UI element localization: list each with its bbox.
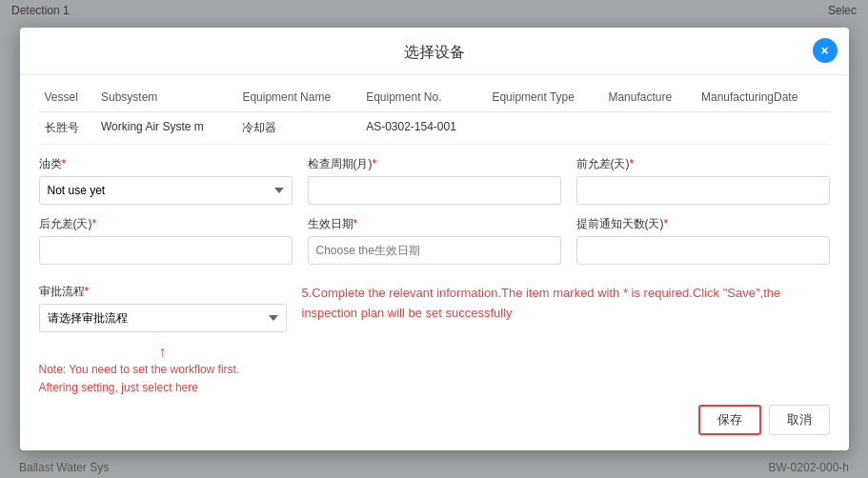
post-tolerance-group: 后允差(天)* bbox=[39, 216, 293, 265]
inspection-period-label: 检查周期(月)* bbox=[308, 156, 561, 172]
arrow-icon: ↑ bbox=[159, 344, 167, 360]
form-section: 油类* Not use yet 检查周期(月)* 前允差(天)* bbox=[20, 145, 849, 284]
required-star-2: * bbox=[373, 157, 377, 170]
cell-equipment-type bbox=[486, 111, 602, 144]
required-star-3: * bbox=[630, 157, 635, 170]
bg-bottom-left: Ballast Water Sys bbox=[19, 461, 109, 474]
col-equipment-name: Equipment Name bbox=[236, 83, 360, 112]
workflow-label: 审批流程* bbox=[39, 284, 287, 300]
form-row-2: 后允差(天)* 生效日期* 提前通知天数(天)* bbox=[39, 216, 830, 265]
advance-notice-label: 提前通知天数(天)* bbox=[576, 216, 830, 232]
advance-notice-input[interactable] bbox=[576, 236, 830, 265]
bg-bottom-row: Ballast Water Sys BW-0202-000-h bbox=[0, 457, 868, 478]
required-star-5: * bbox=[353, 217, 358, 230]
note-line-2: Aftering setting, just select here bbox=[39, 379, 287, 397]
save-button[interactable]: 保存 bbox=[698, 405, 761, 435]
cell-equipment-name: 冷却器 bbox=[236, 111, 360, 144]
modal-footer: 保存 取消 bbox=[20, 397, 849, 435]
col-equipment-type: Equipment Type bbox=[486, 83, 602, 112]
inspection-period-group: 检查周期(月)* bbox=[308, 156, 561, 205]
col-vessel: Vessel bbox=[39, 83, 95, 112]
oil-type-group: 油类* Not use yet bbox=[39, 156, 293, 205]
workflow-select[interactable]: 请选择审批流程 bbox=[39, 304, 287, 332]
oil-type-select[interactable]: Not use yet bbox=[39, 176, 293, 205]
cell-manufacturing-date bbox=[696, 111, 830, 144]
oil-type-label: 油类* bbox=[39, 156, 293, 172]
col-manufacturing-date: ManufacturingDate bbox=[696, 83, 830, 112]
inspection-period-input[interactable] bbox=[308, 176, 561, 205]
table-row: 长胜号 Working Air Syste m 冷却器 AS-0302-154-… bbox=[39, 111, 830, 144]
effective-date-label: 生效日期* bbox=[308, 216, 561, 232]
modal-title: 选择设备 bbox=[404, 43, 465, 63]
effective-date-group: 生效日期* bbox=[308, 216, 561, 265]
post-tolerance-input[interactable] bbox=[39, 236, 293, 265]
col-subsystem: Subsystem bbox=[95, 83, 236, 112]
modal-dialog: 选择设备 × Vessel Subsystem Equipment Name E… bbox=[20, 28, 849, 450]
col-manufacture: Manufacture bbox=[602, 83, 696, 112]
required-star-1: * bbox=[62, 157, 67, 170]
cell-manufacture bbox=[602, 111, 696, 144]
cell-subsystem: Working Air Syste m bbox=[95, 111, 236, 144]
form-row-1: 油类* Not use yet 检查周期(月)* 前允差(天)* bbox=[39, 156, 830, 205]
cancel-button[interactable]: 取消 bbox=[769, 405, 830, 435]
modal-overlay: 选择设备 × Vessel Subsystem Equipment Name E… bbox=[0, 0, 868, 478]
pre-tolerance-input[interactable] bbox=[576, 176, 830, 205]
pre-tolerance-group: 前允差(天)* bbox=[576, 156, 830, 205]
equipment-table: Vessel Subsystem Equipment Name Equipmen… bbox=[39, 83, 830, 145]
cell-vessel: 长胜号 bbox=[39, 111, 95, 144]
pre-tolerance-label: 前允差(天)* bbox=[576, 156, 830, 172]
effective-date-input[interactable] bbox=[308, 236, 561, 265]
required-star-6: * bbox=[664, 217, 669, 230]
equipment-table-section: Vessel Subsystem Equipment Name Equipmen… bbox=[20, 83, 849, 145]
post-tolerance-label: 后允差(天)* bbox=[39, 216, 293, 232]
required-star-4: * bbox=[92, 217, 97, 230]
close-button[interactable]: × bbox=[813, 38, 838, 63]
note-line-1: Note: You need to set the workflow first… bbox=[39, 361, 287, 379]
note-section: ↑ Note: You need to set the workflow fir… bbox=[20, 340, 849, 397]
modal-header: 选择设备 × bbox=[20, 28, 849, 75]
required-star-7: * bbox=[85, 285, 90, 298]
advance-notice-group: 提前通知天数(天)* bbox=[576, 216, 830, 265]
annotation-text: 5.Complete the relevant information.The … bbox=[302, 284, 830, 324]
col-equipment-no: Equipment No. bbox=[360, 83, 486, 112]
bg-bottom-right: BW-0202-000-h bbox=[769, 461, 850, 474]
cell-equipment-no: AS-0302-154-001 bbox=[360, 111, 486, 144]
